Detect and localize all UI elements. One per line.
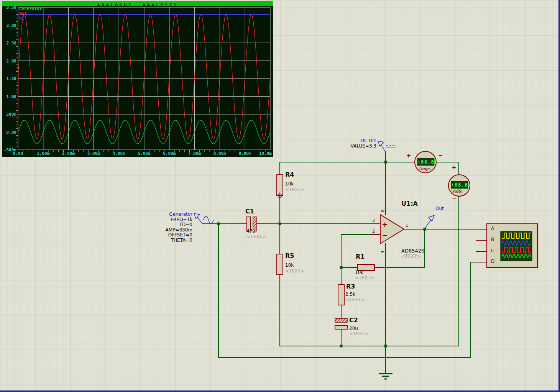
svg-text:7.00m: 7.00m <box>188 151 201 156</box>
resistor-R5[interactable] <box>277 254 283 275</box>
wires[interactable] <box>202 151 476 373</box>
svg-text:3.00m: 3.00m <box>87 151 100 156</box>
resistor-R4[interactable] <box>277 175 283 195</box>
opamp-pin8-number: 8 <box>380 210 385 212</box>
legend-dc: DC <box>19 16 24 21</box>
svg-text:500m: 500m <box>7 112 17 117</box>
junction-dots <box>217 161 426 348</box>
capacitor-C1[interactable] <box>247 217 257 231</box>
voltmeter[interactable] <box>448 175 470 196</box>
svg-text:8.00m: 8.00m <box>213 151 226 156</box>
resistor-R3[interactable] <box>338 285 344 305</box>
ammeter[interactable] <box>415 151 436 173</box>
svg-text:1.00: 1.00 <box>7 94 17 99</box>
svg-text:4.00m: 4.00m <box>113 151 125 156</box>
svg-text:2.50: 2.50 <box>7 41 17 46</box>
analysis-window[interactable]: 3.503.002.502.001.501.00500m0.00-500m0.0… <box>2 1 273 157</box>
proteus-canvas[interactable]: { "analysis_window": { "title": "ANALOGU… <box>0 0 560 392</box>
opamp-pin4-number: 4 <box>380 251 385 254</box>
svg-text:9.00m: 9.00m <box>239 151 251 156</box>
svg-text:0.00: 0.00 <box>7 130 17 135</box>
svg-text:3.00: 3.00 <box>7 23 17 28</box>
dc-source-probe[interactable] <box>378 141 396 152</box>
ground-symbol[interactable] <box>379 374 392 379</box>
window-edge-right <box>558 0 560 392</box>
capacitor-C2[interactable] <box>335 318 347 329</box>
out-probe[interactable] <box>425 215 434 228</box>
svg-text:1.00m: 1.00m <box>37 151 49 156</box>
svg-text:2.00m: 2.00m <box>62 151 75 156</box>
svg-text:6.00m: 6.00m <box>163 151 176 156</box>
svg-text:2.00: 2.00 <box>7 59 17 64</box>
graph-title: ANALOGUE ANALYSIS <box>97 3 179 8</box>
opamp-plus-sign: + <box>382 220 388 228</box>
svg-text:5.00m: 5.00m <box>138 151 150 156</box>
window-edge-bottom <box>0 390 560 392</box>
sine-source-icon <box>204 216 213 224</box>
generator-probe[interactable] <box>194 213 213 224</box>
opamp-U1A[interactable]: + − 8 4 <box>380 210 404 254</box>
graph-window-titlebar[interactable]: ANALOGUE ANALYSIS <box>2 1 273 6</box>
svg-text:1.50: 1.50 <box>7 76 17 81</box>
opamp-minus-sign: − <box>382 231 388 239</box>
schematic-layer: 3.503.002.502.001.501.00500m0.00-500m0.0… <box>0 0 560 392</box>
svg-text:10.0m: 10.0m <box>259 151 272 156</box>
oscilloscope[interactable] <box>487 224 537 267</box>
resistor-R1[interactable] <box>358 264 374 271</box>
svg-text:0.00: 0.00 <box>13 151 23 156</box>
